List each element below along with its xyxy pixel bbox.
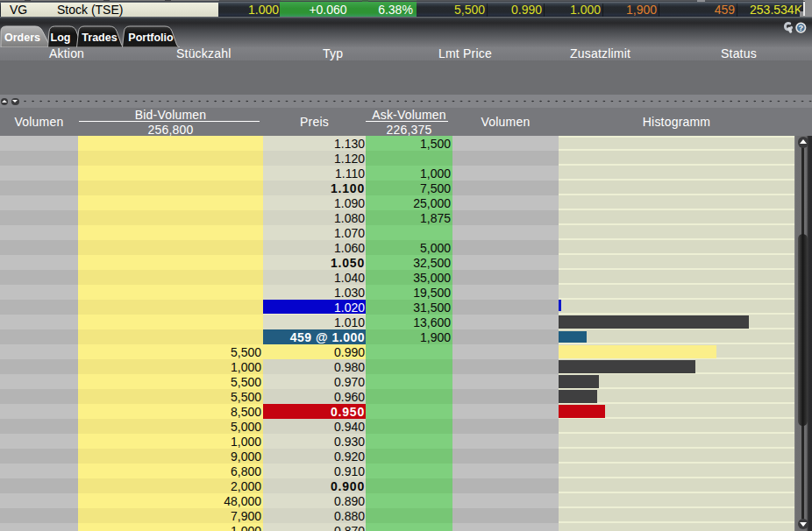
svg-text:Trades: Trades [82, 32, 117, 44]
svg-text:?: ? [799, 24, 804, 32]
svg-text:Portfolio: Portfolio [128, 32, 174, 44]
svg-text:Log: Log [51, 32, 71, 44]
svg-text:Orders: Orders [4, 32, 40, 44]
